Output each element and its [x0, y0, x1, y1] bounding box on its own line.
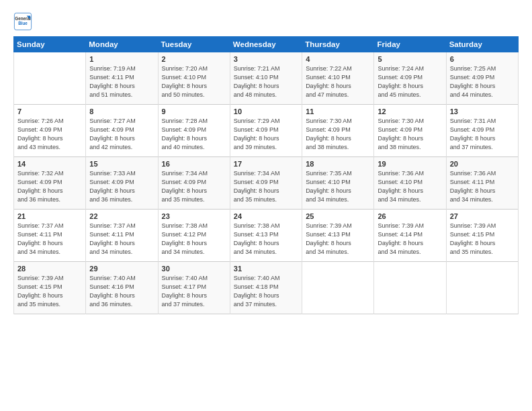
day-number: 22	[89, 212, 154, 220]
day-number: 4	[306, 55, 371, 63]
calendar-cell: 22Sunrise: 7:37 AMSunset: 4:11 PMDayligh…	[86, 210, 158, 262]
calendar-cell: 1Sunrise: 7:19 AMSunset: 4:11 PMDaylight…	[86, 52, 158, 105]
cell-info: Sunrise: 7:25 AMSunset: 4:09 PMDaylight:…	[450, 64, 515, 99]
day-number: 17	[234, 160, 299, 168]
day-number: 21	[17, 212, 83, 220]
cell-info: Sunrise: 7:36 AMSunset: 4:11 PMDaylight:…	[450, 169, 515, 204]
calendar-cell: 13Sunrise: 7:31 AMSunset: 4:09 PMDayligh…	[446, 105, 518, 157]
day-number: 26	[378, 212, 443, 220]
calendar-week-row: 21Sunrise: 7:37 AMSunset: 4:11 PMDayligh…	[14, 210, 519, 262]
calendar-week-row: 1Sunrise: 7:19 AMSunset: 4:11 PMDaylight…	[14, 52, 519, 105]
cell-info: Sunrise: 7:31 AMSunset: 4:09 PMDaylight:…	[450, 117, 515, 152]
cell-info: Sunrise: 7:20 AMSunset: 4:10 PMDaylight:…	[162, 64, 227, 99]
day-number: 19	[378, 160, 443, 168]
calendar-cell: 4Sunrise: 7:22 AMSunset: 4:10 PMDaylight…	[302, 52, 374, 105]
calendar-cell: 19Sunrise: 7:36 AMSunset: 4:10 PMDayligh…	[374, 157, 446, 210]
day-number: 24	[234, 212, 299, 220]
cell-info: Sunrise: 7:38 AMSunset: 4:12 PMDaylight:…	[162, 222, 227, 257]
cell-info: Sunrise: 7:40 AMSunset: 4:18 PMDaylight:…	[234, 274, 299, 309]
day-number: 2	[162, 55, 227, 63]
cell-info: Sunrise: 7:30 AMSunset: 4:09 PMDaylight:…	[378, 117, 443, 152]
calendar-cell	[302, 262, 374, 314]
calendar-cell: 23Sunrise: 7:38 AMSunset: 4:12 PMDayligh…	[158, 210, 230, 262]
cell-info: Sunrise: 7:30 AMSunset: 4:09 PMDaylight:…	[306, 117, 371, 152]
calendar-cell: 29Sunrise: 7:40 AMSunset: 4:16 PMDayligh…	[86, 262, 158, 314]
col-header-saturday: Saturday	[446, 37, 518, 52]
col-header-friday: Friday	[374, 37, 446, 52]
calendar-cell: 10Sunrise: 7:29 AMSunset: 4:09 PMDayligh…	[230, 105, 302, 157]
day-number: 28	[17, 265, 83, 273]
day-number: 5	[378, 55, 443, 63]
logo-icon: General Blue	[13, 12, 32, 31]
cell-info: Sunrise: 7:35 AMSunset: 4:10 PMDaylight:…	[306, 169, 371, 204]
calendar-cell: 31Sunrise: 7:40 AMSunset: 4:18 PMDayligh…	[230, 262, 302, 314]
col-header-tuesday: Tuesday	[158, 37, 230, 52]
cell-info: Sunrise: 7:19 AMSunset: 4:11 PMDaylight:…	[89, 64, 154, 99]
calendar-cell: 24Sunrise: 7:38 AMSunset: 4:13 PMDayligh…	[230, 210, 302, 262]
calendar-cell: 16Sunrise: 7:34 AMSunset: 4:09 PMDayligh…	[158, 157, 230, 210]
cell-info: Sunrise: 7:26 AMSunset: 4:09 PMDaylight:…	[17, 117, 83, 152]
calendar-cell: 11Sunrise: 7:30 AMSunset: 4:09 PMDayligh…	[302, 105, 374, 157]
calendar-cell: 17Sunrise: 7:34 AMSunset: 4:09 PMDayligh…	[230, 157, 302, 210]
day-number: 25	[306, 212, 371, 220]
calendar-week-row: 28Sunrise: 7:39 AMSunset: 4:15 PMDayligh…	[14, 262, 519, 314]
cell-info: Sunrise: 7:39 AMSunset: 4:15 PMDaylight:…	[17, 274, 83, 309]
calendar-cell	[374, 262, 446, 314]
cell-info: Sunrise: 7:29 AMSunset: 4:09 PMDaylight:…	[234, 117, 299, 152]
cell-info: Sunrise: 7:37 AMSunset: 4:11 PMDaylight:…	[89, 222, 154, 257]
calendar-cell: 20Sunrise: 7:36 AMSunset: 4:11 PMDayligh…	[446, 157, 518, 210]
day-number: 16	[162, 160, 227, 168]
day-number: 6	[450, 55, 515, 63]
calendar-page: General Blue SundayMondayTuesdayWednesda…	[0, 0, 532, 411]
calendar-cell: 25Sunrise: 7:39 AMSunset: 4:13 PMDayligh…	[302, 210, 374, 262]
day-number: 15	[89, 160, 154, 168]
calendar-cell: 28Sunrise: 7:39 AMSunset: 4:15 PMDayligh…	[14, 262, 86, 314]
cell-info: Sunrise: 7:34 AMSunset: 4:09 PMDaylight:…	[162, 169, 227, 204]
calendar-week-row: 14Sunrise: 7:32 AMSunset: 4:09 PMDayligh…	[14, 157, 519, 210]
col-header-wednesday: Wednesday	[230, 37, 302, 52]
cell-info: Sunrise: 7:40 AMSunset: 4:16 PMDaylight:…	[89, 274, 154, 309]
cell-info: Sunrise: 7:38 AMSunset: 4:13 PMDaylight:…	[234, 222, 299, 257]
day-number: 3	[234, 55, 299, 63]
day-number: 10	[234, 107, 299, 116]
day-number: 7	[17, 107, 83, 116]
cell-info: Sunrise: 7:40 AMSunset: 4:17 PMDaylight:…	[162, 274, 227, 309]
day-number: 1	[89, 55, 154, 63]
calendar-cell: 3Sunrise: 7:21 AMSunset: 4:10 PMDaylight…	[230, 52, 302, 105]
day-number: 8	[89, 107, 154, 116]
calendar-cell: 27Sunrise: 7:39 AMSunset: 4:15 PMDayligh…	[446, 210, 518, 262]
cell-info: Sunrise: 7:39 AMSunset: 4:15 PMDaylight:…	[450, 222, 515, 257]
col-header-monday: Monday	[86, 37, 158, 52]
day-number: 9	[162, 107, 227, 116]
cell-info: Sunrise: 7:33 AMSunset: 4:09 PMDaylight:…	[89, 169, 154, 204]
cell-info: Sunrise: 7:32 AMSunset: 4:09 PMDaylight:…	[17, 169, 83, 204]
cell-info: Sunrise: 7:21 AMSunset: 4:10 PMDaylight:…	[234, 64, 299, 99]
cell-info: Sunrise: 7:37 AMSunset: 4:11 PMDaylight:…	[17, 222, 83, 257]
cell-info: Sunrise: 7:39 AMSunset: 4:13 PMDaylight:…	[306, 222, 371, 257]
calendar-week-row: 7Sunrise: 7:26 AMSunset: 4:09 PMDaylight…	[14, 105, 519, 157]
calendar-cell: 30Sunrise: 7:40 AMSunset: 4:17 PMDayligh…	[158, 262, 230, 314]
svg-text:Blue: Blue	[18, 21, 28, 26]
day-number: 30	[162, 265, 227, 273]
logo: General Blue	[13, 12, 32, 31]
calendar-cell: 2Sunrise: 7:20 AMSunset: 4:10 PMDaylight…	[158, 52, 230, 105]
day-number: 13	[450, 107, 515, 116]
day-number: 27	[450, 212, 515, 220]
day-number: 31	[234, 265, 299, 273]
calendar-cell: 5Sunrise: 7:24 AMSunset: 4:09 PMDaylight…	[374, 52, 446, 105]
calendar-cell: 26Sunrise: 7:39 AMSunset: 4:14 PMDayligh…	[374, 210, 446, 262]
calendar-cell: 7Sunrise: 7:26 AMSunset: 4:09 PMDaylight…	[14, 105, 86, 157]
calendar-cell: 18Sunrise: 7:35 AMSunset: 4:10 PMDayligh…	[302, 157, 374, 210]
day-number: 18	[306, 160, 371, 168]
calendar-cell	[446, 262, 518, 314]
calendar-cell: 6Sunrise: 7:25 AMSunset: 4:09 PMDaylight…	[446, 52, 518, 105]
col-header-thursday: Thursday	[302, 37, 374, 52]
page-header: General Blue	[13, 12, 519, 31]
calendar-cell: 8Sunrise: 7:27 AMSunset: 4:09 PMDaylight…	[86, 105, 158, 157]
calendar-header-row: SundayMondayTuesdayWednesdayThursdayFrid…	[14, 37, 519, 52]
calendar-table: SundayMondayTuesdayWednesdayThursdayFrid…	[13, 36, 519, 314]
cell-info: Sunrise: 7:27 AMSunset: 4:09 PMDaylight:…	[89, 117, 154, 152]
cell-info: Sunrise: 7:39 AMSunset: 4:14 PMDaylight:…	[378, 222, 443, 257]
day-number: 12	[378, 107, 443, 116]
col-header-sunday: Sunday	[14, 37, 86, 52]
